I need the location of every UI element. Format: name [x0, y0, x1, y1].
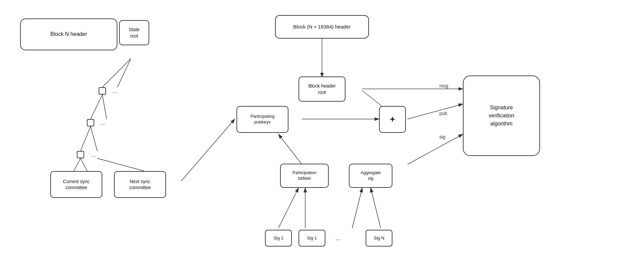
svg-line-9	[97, 158, 144, 171]
sig1-a-label: Sig 1	[273, 235, 283, 241]
svg-line-13	[408, 104, 463, 119]
sig-label: sig	[439, 134, 445, 140]
sig1-b-label: Sig 1	[307, 235, 317, 241]
svg-line-4	[102, 95, 107, 119]
state-root-box: State root	[119, 20, 149, 45]
svg-line-19	[352, 188, 362, 228]
svg-line-7	[74, 158, 80, 171]
block-n-16384-header-box: Block (N + 16384) header	[275, 15, 369, 39]
svg-line-5	[80, 126, 91, 151]
plus-box: +	[379, 106, 406, 133]
svg-line-21	[181, 119, 235, 181]
plus-label: +	[390, 114, 395, 125]
svg-line-15	[408, 134, 463, 164]
sig1-a-box: Sig 1	[265, 230, 292, 247]
sigN-label: Sig N	[374, 235, 384, 241]
tree-node-2	[87, 119, 94, 126]
pub-label: pub	[439, 111, 447, 116]
svg-line-16	[278, 188, 299, 228]
state-root-label: State root	[129, 26, 140, 39]
svg-line-6	[91, 126, 97, 151]
dots-2: ...	[101, 120, 105, 126]
sig1-b-box: Sig 1	[299, 230, 325, 247]
block-n-header-label: Block N header	[50, 31, 87, 38]
next-sync-committee-box: Next sync committee	[114, 171, 166, 198]
svg-line-8	[80, 158, 87, 171]
participation-bitfield-box: Participation bitfield	[280, 164, 329, 188]
current-sync-label: Current sync committee	[63, 178, 90, 191]
block-n-header-box: Block N header	[20, 18, 117, 50]
block-n-16384-label: Block (N + 16384) header	[293, 23, 351, 30]
svg-line-18	[371, 188, 381, 228]
block-header-root-box: Block header root	[299, 76, 345, 102]
svg-line-1	[102, 59, 131, 87]
tree-node-1	[99, 87, 106, 95]
svg-line-20	[278, 134, 302, 164]
current-sync-committee-box: Current sync committee	[50, 171, 102, 198]
diagram-container: Block N header State root ... ... ... Cu…	[0, 0, 644, 268]
dots-1: ...	[112, 88, 117, 94]
svg-line-3	[91, 95, 102, 119]
sigN-box: Sig N	[366, 230, 392, 247]
msg-label: msg	[439, 83, 448, 89]
participation-bitfield-label: Participation bitfield	[292, 170, 317, 181]
dots-3: ...	[91, 152, 96, 158]
participating-pubkeys-label: Participating pubkeys	[251, 114, 275, 125]
aggregate-sig-box: Aggregate sig	[349, 164, 392, 188]
signature-verification-box: Signature verification algorithm	[463, 75, 540, 156]
next-sync-label: Next sync committee	[129, 178, 151, 191]
signature-verification-label: Signature verification algorithm	[489, 104, 514, 128]
aggregate-sig-label: Aggregate sig	[361, 170, 381, 181]
tree-node-3	[77, 151, 84, 158]
svg-line-2	[117, 59, 131, 87]
block-header-root-label: Block header root	[308, 83, 336, 95]
bottom-dots: ...	[335, 235, 340, 242]
participating-pubkeys-box: Participating pubkeys	[236, 106, 288, 133]
